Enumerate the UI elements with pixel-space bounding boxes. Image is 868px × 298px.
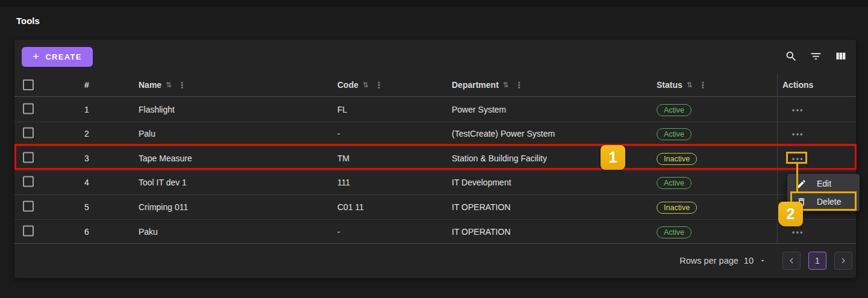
column-header-name[interactable]: Name ⇅ ⋮ — [139, 80, 186, 90]
column-menu-icon[interactable]: ⋮ — [513, 80, 523, 90]
row-department-cell: Station & Building Facility — [452, 154, 547, 163]
column-header-department[interactable]: Department ⇅ ⋮ — [452, 80, 523, 90]
row-name-cell: Palu — [139, 129, 155, 138]
sort-icon[interactable]: ⇅ — [687, 81, 693, 89]
chevron-down-icon — [759, 257, 766, 264]
filter-icon[interactable] — [809, 49, 822, 63]
tools-table-card: + CREATE # Name ⇅ ⋮ Code ⇅ ⋮ Department — [14, 40, 856, 278]
column-header-actions: Actions — [782, 80, 813, 90]
menu-item-delete[interactable]: Delete — [787, 193, 860, 211]
row-code-cell: FL — [337, 105, 347, 114]
column-header-num: # — [84, 80, 89, 90]
row-name-cell: Tool IT dev 1 — [139, 178, 187, 187]
table-row[interactable]: 6 Paku - IT OPERATION Active ••• — [14, 220, 856, 244]
row-actions-context-menu: Edit Delete — [787, 174, 860, 211]
search-icon[interactable] — [784, 49, 798, 63]
status-badge: Inactive — [657, 153, 697, 165]
select-all-checkbox[interactable] — [23, 79, 34, 90]
row-code-cell: - — [337, 227, 340, 237]
menu-item-label: Edit — [817, 179, 831, 188]
row-checkbox[interactable] — [23, 225, 34, 236]
column-header-status[interactable]: Status ⇅ ⋮ — [657, 80, 707, 90]
row-name-cell: Paku — [139, 227, 158, 237]
column-menu-icon[interactable]: ⋮ — [373, 80, 383, 90]
rows-per-page-label: Rows per page — [679, 256, 738, 265]
column-header-code[interactable]: Code ⇅ ⋮ — [337, 80, 383, 90]
chevron-left-icon — [786, 255, 797, 266]
row-number-cell: 4 — [84, 178, 89, 187]
page-1-button[interactable]: 1 — [808, 252, 826, 270]
row-checkbox[interactable] — [23, 103, 34, 114]
row-checkbox[interactable] — [23, 128, 34, 138]
status-badge: Inactive — [657, 202, 697, 214]
table-row[interactable]: 5 Crimping 011 C01 11 IT OPERATION Inact… — [14, 195, 856, 220]
actions-column-divider — [777, 73, 778, 243]
table-footer: Rows per page 10 1 — [14, 243, 856, 278]
chevron-right-icon — [838, 255, 849, 266]
table-header-row: # Name ⇅ ⋮ Code ⇅ ⋮ Department ⇅ ⋮ Statu… — [14, 73, 856, 97]
sort-icon[interactable]: ⇅ — [363, 81, 369, 89]
row-checkbox[interactable] — [23, 176, 34, 187]
row-number-cell: 6 — [84, 227, 89, 237]
row-checkbox[interactable] — [23, 152, 34, 163]
status-badge: Active — [657, 104, 692, 116]
sort-icon[interactable]: ⇅ — [166, 81, 172, 89]
row-code-cell: TM — [337, 154, 349, 163]
row-actions-menu-button[interactable]: ••• — [792, 155, 804, 163]
create-button[interactable]: + CREATE — [22, 47, 93, 67]
row-number-cell: 2 — [84, 129, 89, 138]
row-department-cell: Power System — [452, 105, 506, 114]
row-code-cell: - — [337, 129, 340, 138]
row-number-cell: 5 — [84, 202, 89, 212]
page-title: Tools — [16, 16, 40, 26]
row-name-cell: Tape Measure — [139, 154, 192, 163]
column-menu-icon[interactable]: ⋮ — [697, 80, 707, 90]
status-badge: Active — [657, 128, 692, 140]
create-button-label: CREATE — [45, 52, 81, 61]
row-code-cell: C01 11 — [337, 202, 364, 212]
menu-item-edit[interactable]: Edit — [787, 175, 860, 193]
pencil-icon — [796, 179, 807, 189]
previous-page-button[interactable] — [782, 252, 801, 270]
row-department-cell: IT Development — [452, 178, 511, 187]
plus-icon: + — [33, 51, 40, 62]
table-row[interactable]: 4 Tool IT dev 1 111 IT Development Activ… — [14, 171, 856, 196]
row-code-cell: 111 — [337, 178, 350, 187]
column-menu-icon[interactable]: ⋮ — [176, 80, 186, 90]
row-department-cell: (TestCreate) Power System — [452, 129, 555, 138]
row-checkbox[interactable] — [23, 200, 34, 211]
table-row[interactable]: 3 Tape Measure TM Station & Building Fac… — [14, 146, 856, 171]
table-toolbar-icons — [784, 49, 847, 63]
row-actions-menu-button[interactable]: ••• — [792, 228, 804, 237]
row-number-cell: 1 — [84, 105, 89, 114]
table-row[interactable]: 1 Flashlight FL Power System Active ••• — [14, 98, 856, 122]
table-row[interactable]: 2 Palu - (TestCreate) Power System Activ… — [14, 122, 856, 147]
row-department-cell: IT OPERATION — [452, 227, 511, 237]
menu-item-label: Delete — [817, 197, 841, 206]
row-number-cell: 3 — [84, 154, 89, 163]
row-name-cell: Flashlight — [139, 105, 175, 114]
sort-icon[interactable]: ⇅ — [503, 81, 509, 89]
table-body: 1 Flashlight FL Power System Active ••• … — [14, 98, 856, 244]
status-badge: Active — [657, 177, 692, 189]
rows-per-page-select[interactable]: Rows per page 10 — [679, 256, 766, 265]
row-actions-menu-button[interactable]: ••• — [792, 130, 804, 138]
row-name-cell: Crimping 011 — [139, 202, 188, 212]
row-actions-menu-button[interactable]: ••• — [792, 106, 804, 114]
trash-icon — [796, 197, 807, 207]
next-page-button[interactable] — [834, 252, 852, 270]
row-department-cell: IT OPERATION — [452, 202, 511, 212]
top-edge-strip — [0, 0, 868, 7]
status-badge: Active — [657, 226, 692, 238]
columns-icon[interactable] — [834, 49, 847, 63]
rows-per-page-value: 10 — [744, 256, 754, 265]
